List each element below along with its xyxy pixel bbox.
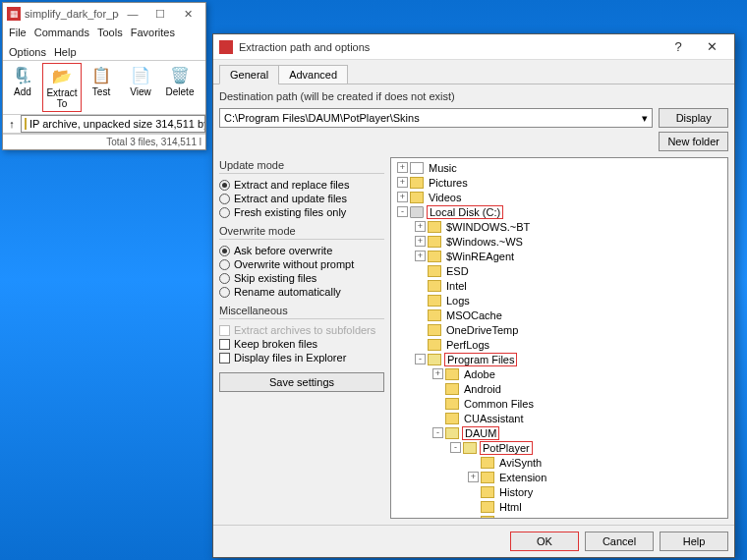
radio-option[interactable]: Skip existing files — [219, 271, 384, 285]
archiver-title: simplify_dark_for_potpl... — [25, 8, 119, 20]
tree-node[interactable]: +$WinREAgent — [391, 249, 727, 263]
archiver-window: ▦ simplify_dark_for_potpl... — ☐ ✕ FileC… — [2, 2, 206, 150]
tree-node[interactable]: +$Windows.~WS — [391, 234, 727, 249]
menu-favorites[interactable]: Favorites — [131, 27, 175, 38]
tab-advanced[interactable]: Advanced — [278, 65, 348, 84]
checkbox-option[interactable]: Keep broken files — [219, 337, 384, 351]
tree-node[interactable]: OneDriveTemp — [391, 322, 727, 337]
collapse-icon[interactable]: - — [397, 206, 408, 217]
save-settings-button[interactable]: Save settings — [219, 372, 384, 392]
extract-to-button[interactable]: 📂Extract To — [42, 63, 82, 112]
radio-option[interactable]: Fresh existing files only — [219, 205, 384, 219]
folder-icon — [445, 427, 459, 439]
collapse-icon[interactable]: - — [432, 427, 443, 438]
ok-button[interactable]: OK — [510, 532, 579, 551]
archiver-titlebar[interactable]: ▦ simplify_dark_for_potpl... — ☐ ✕ — [3, 3, 205, 25]
delete-icon: 🗑️ — [168, 65, 192, 84]
destination-path-input[interactable]: C:\Program Files\DAUM\PotPlayer\Skins ▾ — [219, 108, 653, 128]
menu-tools[interactable]: Tools — [97, 27, 123, 38]
collapse-icon[interactable]: - — [450, 442, 461, 453]
tree-node[interactable]: History — [391, 484, 727, 499]
tree-node[interactable]: PerfLogs — [391, 337, 727, 352]
test-icon: 📋 — [89, 65, 113, 84]
tree-node[interactable]: +Extension — [391, 470, 727, 484]
expand-icon[interactable]: + — [415, 251, 426, 261]
tree-spacer — [415, 324, 426, 335]
folder-icon — [481, 501, 494, 513]
add-icon: 🗜️ — [11, 65, 34, 84]
tree-node[interactable]: Android — [391, 381, 727, 396]
menu-options[interactable]: Options — [9, 46, 46, 58]
view-button[interactable]: 📄View — [121, 63, 160, 112]
tree-node[interactable]: AviSynth — [391, 455, 727, 470]
tree-label: Common Files — [462, 398, 536, 410]
tree-node[interactable]: -PotPlayer — [391, 440, 727, 455]
radio-option[interactable]: Extract and update files — [219, 192, 384, 205]
radio-option[interactable]: Extract and replace files — [219, 178, 384, 192]
display-button[interactable]: Display — [659, 108, 728, 128]
tree-node[interactable]: Html — [391, 499, 727, 514]
tree-node[interactable]: ESD — [391, 263, 727, 278]
expand-icon[interactable]: + — [432, 368, 443, 379]
checkbox-option: Extract archives to subfolders — [219, 323, 384, 337]
add-button[interactable]: 🗜️Add — [3, 63, 42, 112]
dialog-help-button[interactable]: Help — [660, 532, 728, 551]
maximize-button[interactable]: ☐ — [146, 5, 174, 23]
folder-icon — [428, 295, 441, 307]
tree-node[interactable]: -Program Files — [391, 352, 727, 366]
expand-icon[interactable]: + — [468, 472, 479, 482]
expand-icon[interactable]: + — [415, 221, 426, 232]
dialog-titlebar[interactable]: Extraction path and options ? ✕ — [213, 34, 734, 60]
folder-icon — [428, 265, 441, 277]
test-button[interactable]: 📋Test — [82, 63, 121, 112]
collapse-icon[interactable]: - — [415, 354, 426, 364]
tree-node[interactable]: +Pictures — [391, 175, 727, 190]
close-button[interactable]: ✕ — [695, 36, 728, 58]
tree-node[interactable]: +$WINDOWS.~BT — [391, 219, 727, 234]
tree-node[interactable]: +Adobe — [391, 366, 727, 381]
chevron-down-icon: ▾ — [642, 112, 648, 125]
new-folder-button[interactable]: New folder — [659, 132, 728, 151]
expand-icon[interactable]: + — [397, 177, 408, 188]
radio-option[interactable]: Ask before overwrite — [219, 244, 384, 257]
tree-node[interactable]: +Music — [391, 160, 727, 175]
delete-button[interactable]: 🗑️Delete — [160, 63, 200, 112]
tree-node[interactable]: MSOCache — [391, 308, 727, 322]
folder-icon — [428, 251, 441, 262]
close-button[interactable]: ✕ — [174, 5, 201, 23]
tree-node[interactable]: CUAssistant — [391, 411, 727, 425]
folder-tree[interactable]: +Music+Pictures+Videos-Local Disk (C:)+$… — [390, 157, 728, 519]
menu-help[interactable]: Help — [54, 46, 77, 58]
tree-spacer — [415, 339, 426, 350]
menu-commands[interactable]: Commands — [34, 27, 89, 38]
tree-label: PotPlayer — [480, 441, 533, 455]
folder-icon — [428, 280, 441, 292]
tree-node[interactable]: IconPack — [391, 514, 727, 519]
menu-file[interactable]: File — [9, 27, 27, 38]
misc-group: Miscellaneous Extract archives to subfol… — [219, 303, 384, 364]
tab-general[interactable]: General — [219, 65, 279, 84]
up-button[interactable]: ↑ — [3, 118, 21, 130]
archive-path-dropdown[interactable]: IP archive, unpacked size 314,511 bytes … — [21, 115, 205, 133]
radio-option[interactable]: Overwrite without prompt — [219, 257, 384, 271]
tree-node[interactable]: Intel — [391, 278, 727, 293]
folder-icon — [445, 383, 459, 395]
checkbox-option[interactable]: Display files in Explorer — [219, 351, 384, 364]
tree-node[interactable]: Logs — [391, 293, 727, 308]
folder-icon — [428, 221, 441, 233]
expand-icon[interactable]: + — [415, 236, 426, 247]
radio-option[interactable]: Rename automatically — [219, 285, 384, 299]
expand-icon[interactable]: + — [397, 162, 408, 173]
help-button[interactable]: ? — [661, 36, 695, 58]
expand-icon[interactable]: + — [397, 192, 408, 202]
tree-node[interactable]: Common Files — [391, 396, 727, 411]
tree-node[interactable]: -Local Disk (C:) — [391, 204, 727, 219]
tree-node[interactable]: +Videos — [391, 190, 727, 204]
radio-icon — [219, 259, 230, 270]
tree-node[interactable]: -DAUM — [391, 425, 727, 440]
folder-icon — [445, 413, 459, 424]
minimize-button[interactable]: — — [119, 5, 146, 23]
cancel-button[interactable]: Cancel — [585, 532, 654, 551]
tree-label: History — [497, 486, 535, 498]
tree-label: $Windows.~WS — [444, 236, 525, 248]
